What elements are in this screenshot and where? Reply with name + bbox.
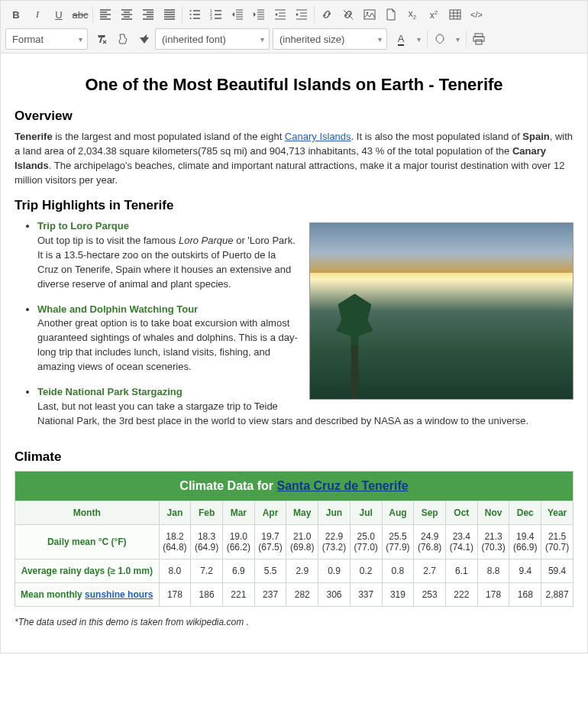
table-cell: 5.5	[254, 559, 286, 583]
strikethrough-button[interactable]: abc	[69, 4, 91, 25]
format-select[interactable]: Format	[5, 28, 88, 50]
size-label: (inherited size)	[279, 34, 344, 45]
align-left-button[interactable]	[95, 4, 116, 25]
table-cell: 306	[318, 583, 351, 607]
unlink-button[interactable]	[338, 4, 359, 25]
separator	[92, 6, 93, 23]
font-color-dropdown[interactable]: ▾	[412, 28, 425, 50]
climate-heading: Climate	[15, 449, 573, 465]
highlight-button[interactable]	[429, 28, 451, 50]
table-cell: 19.4(66.9)	[509, 525, 541, 559]
code-button[interactable]: </>	[466, 4, 487, 25]
outdent-button[interactable]	[270, 4, 291, 25]
table-row: Daily mean °C (°F)18.2(64.8)18.3(64.9)19…	[15, 525, 573, 559]
table-cell: 21.5(70.7)	[541, 525, 573, 559]
increase-indent-button[interactable]	[248, 4, 270, 25]
sunshine-hours-link[interactable]: sunshine hours	[85, 589, 153, 600]
bullet-list-button[interactable]	[184, 4, 205, 25]
tenerife-photo	[309, 222, 573, 400]
table-row: Average rainy days (≥ 1.0 mm)8.07.26.95.…	[15, 559, 573, 583]
table-cell: 8.8	[477, 559, 509, 583]
table-header: Year	[541, 501, 573, 525]
numbered-list-button[interactable]: 123	[205, 4, 227, 25]
bold-button[interactable]: B	[5, 4, 27, 25]
highlight-dropdown[interactable]: ▾	[451, 28, 464, 50]
clear-format-button[interactable]	[91, 28, 112, 50]
overview-bold: Spain	[522, 131, 549, 142]
copy-format-button[interactable]	[112, 28, 134, 50]
table-cell: 6.9	[222, 559, 254, 583]
decrease-indent-button[interactable]	[227, 4, 248, 25]
size-select[interactable]: (inherited size)	[273, 28, 387, 50]
table-cell: 168	[509, 583, 541, 607]
table-cell: 337	[350, 583, 382, 607]
table-cell: 23.4(74.1)	[446, 525, 478, 559]
santa-cruz-link[interactable]: Santa Cruz de Tenerife	[276, 479, 408, 492]
climate-caption: Climate Data for Santa Cruz de Tenerife	[15, 472, 573, 501]
image-button[interactable]	[359, 4, 380, 25]
highlights-heading: Trip Highlights in Tenerife	[15, 198, 573, 213]
italic-button[interactable]: I	[27, 4, 48, 25]
underline-button[interactable]: U	[48, 4, 69, 25]
table-cell: 253	[414, 583, 446, 607]
table-header: Nov	[477, 501, 509, 525]
separator	[466, 31, 467, 47]
table-cell: 18.3(64.9)	[191, 525, 223, 559]
superscript-button[interactable]: x2	[423, 4, 444, 25]
table-cell: 221	[222, 583, 254, 607]
table-cell: 0.2	[350, 559, 382, 583]
highlight-title: Whale and Dolphin Watching Tour	[37, 303, 198, 315]
svg-rect-8	[450, 10, 460, 19]
table-header: Month	[15, 501, 160, 525]
separator	[314, 6, 315, 23]
table-cell: 25.5(77.9)	[382, 525, 414, 559]
table-cell: 319	[382, 583, 414, 607]
table-cell: 19.0(66.2)	[222, 525, 254, 559]
table-cell: 25.0(77.0)	[350, 525, 382, 559]
table-cell: 2.7	[414, 559, 446, 583]
indent-button[interactable]	[291, 4, 312, 25]
page-title: One of the Most Beautiful Islands on Ear…	[15, 75, 573, 95]
table-header: Mar	[222, 501, 254, 525]
table-cell: 2.9	[286, 559, 318, 583]
table-cell: 222	[446, 583, 478, 607]
table-header: Dec	[509, 501, 541, 525]
subscript-button[interactable]: x2	[402, 4, 423, 25]
table-header: Oct	[446, 501, 478, 525]
align-right-button[interactable]	[137, 4, 159, 25]
table-cell: 237	[254, 583, 286, 607]
table-cell: 9.4	[509, 559, 541, 583]
canary-islands-link[interactable]: Canary Islands	[285, 131, 351, 142]
row-label: Mean monthly sunshine hours	[15, 583, 160, 607]
paste-format-button[interactable]	[134, 28, 155, 50]
footnote: *The data used in this demo is taken fro…	[15, 616, 573, 629]
file-button[interactable]	[380, 4, 402, 25]
format-label: Format	[12, 34, 44, 45]
link-button[interactable]	[316, 4, 338, 25]
table-cell: 22.9(73.2)	[318, 525, 351, 559]
print-button[interactable]	[468, 28, 489, 50]
overview-paragraph: Tenerife is the largest and most populat…	[15, 130, 573, 187]
svg-point-2	[190, 18, 192, 19]
table-cell: 178	[159, 583, 191, 607]
svg-point-7	[367, 12, 369, 15]
table-cell: 0.8	[382, 559, 414, 583]
table-button[interactable]	[444, 4, 466, 25]
separator	[182, 6, 183, 23]
table-cell: 6.1	[446, 559, 478, 583]
table-cell: 21.3(70.3)	[477, 525, 509, 559]
font-color-button[interactable]: A	[390, 28, 412, 50]
table-cell: 186	[191, 583, 223, 607]
table-header: Feb	[191, 501, 223, 525]
font-label: (inherited font)	[162, 34, 226, 45]
font-select[interactable]: (inherited font)	[155, 28, 270, 50]
table-cell: 24.9(76.8)	[414, 525, 446, 559]
table-cell: 282	[286, 583, 318, 607]
align-center-button[interactable]	[116, 4, 137, 25]
svg-point-1	[190, 14, 192, 15]
highlight-title: Trip to Loro Parque	[37, 220, 129, 232]
table-cell: 2,887	[541, 583, 573, 607]
highlight-title: Teide National Park Stargazing	[37, 386, 183, 397]
table-cell: 7.2	[191, 559, 223, 583]
align-justify-button[interactable]	[159, 4, 180, 25]
